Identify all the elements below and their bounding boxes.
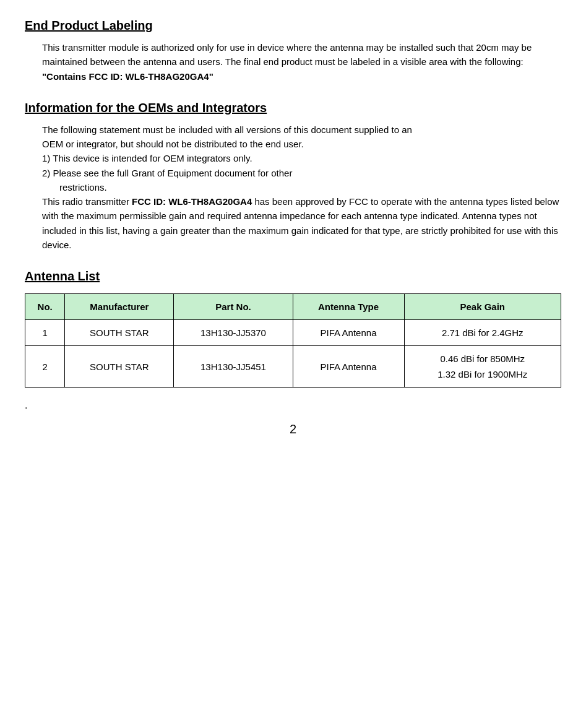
section2-line1: The following statement must be included… [42,123,561,137]
section1-bold: "Contains FCC ID: WL6-TH8AG20GA4" [42,71,213,82]
row2-peak-gain: 0.46 dBi for 850MHz 1.32 dBi for 1900MHz [404,346,561,388]
section-antenna: Antenna List No. Manufacturer Part No. A… [25,269,561,388]
section3-heading: Antenna List [25,269,561,284]
row1-no: 1 [25,320,65,346]
table-header-row: No. Manufacturer Part No. Antenna Type P… [25,294,561,320]
table-row: 2 SOUTH STAR 13H130-JJ5451 PIFA Antenna … [25,346,561,388]
section2-line5-prefix: This radio transmitter [42,196,132,207]
section1-paragraph: This transmitter module is authorized on… [42,40,561,84]
table-row: 1 SOUTH STAR 13H130-JJ5370 PIFA Antenna … [25,320,561,346]
section2-heading: Information for the OEMs and Integrators [25,101,561,115]
section1-heading: End Product Labeling [25,19,561,33]
antenna-table: No. Manufacturer Part No. Antenna Type P… [25,293,561,388]
section1-text: This transmitter module is authorized on… [42,42,532,67]
section2-line3: 1) This device is intended for OEM integ… [42,151,561,165]
row2-peak-gain-line1: 0.46 dBi for 850MHz [410,353,556,364]
section2-fcc-id: FCC ID: WL6-TH8AG20GA4 [132,196,252,207]
col-no: No. [25,294,65,320]
row1-antenna-type: PIFA Antenna [293,320,404,346]
col-manufacturer: Manufacturer [65,294,174,320]
row1-peak-gain: 2.71 dBi for 2.4GHz [404,320,561,346]
col-part-no: Part No. [174,294,293,320]
section2-body: The following statement must be included… [42,123,561,252]
row2-antenna-type: PIFA Antenna [293,346,404,388]
row1-part-no: 13H130-JJ5370 [174,320,293,346]
section2-line5: This radio transmitter FCC ID: WL6-TH8AG… [42,194,561,252]
col-antenna-type: Antenna Type [293,294,404,320]
section2-line2: OEM or integrator, but should not be dis… [42,137,561,151]
row1-manufacturer: SOUTH STAR [65,320,174,346]
section-end-product: End Product Labeling This transmitter mo… [25,19,561,84]
row2-no: 2 [25,346,65,388]
page-footer: 2 [25,422,561,436]
row2-peak-gain-line2: 1.32 dBi for 1900MHz [410,369,556,379]
section-oem: Information for the OEMs and Integrators… [25,101,561,252]
col-peak-gain: Peak Gain [404,294,561,320]
dot-line: . [25,400,561,411]
section2-line4: 2) Please see the full Grant of Equipmen… [42,166,561,195]
page-number: 2 [290,422,296,436]
row2-manufacturer: SOUTH STAR [65,346,174,388]
row2-part-no: 13H130-JJ5451 [174,346,293,388]
